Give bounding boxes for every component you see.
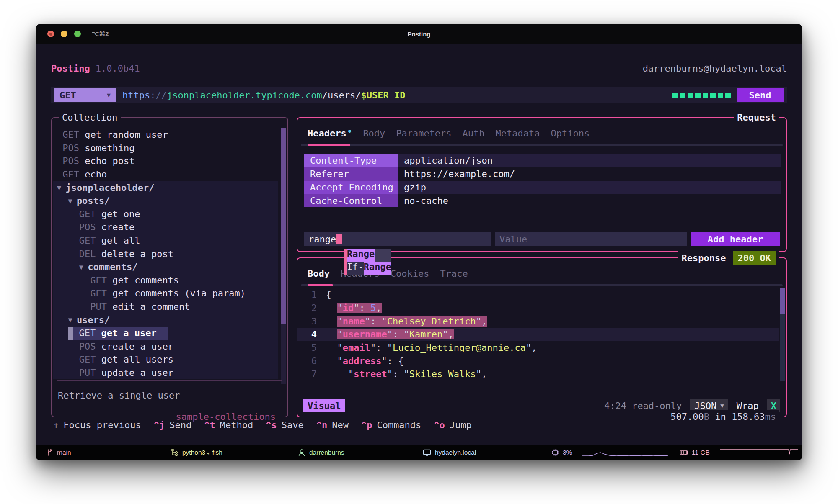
collection-item[interactable]: GET get a user <box>53 327 278 340</box>
collection-item[interactable]: POS create <box>53 221 278 234</box>
request-tab-parameters[interactable]: Parameters <box>396 128 451 139</box>
add-header-button[interactable]: Add header <box>691 232 780 246</box>
header-row[interactable]: Cache-Controlno-cache <box>304 194 781 207</box>
keybinding-method[interactable]: ^tMethod <box>204 420 253 430</box>
memory-sparkline <box>719 447 799 458</box>
line-number: 4 <box>297 329 317 339</box>
activity-dot <box>710 93 716 98</box>
response-tab-trace[interactable]: Trace <box>440 268 468 279</box>
keybinding-jump[interactable]: ^oJump <box>434 420 471 430</box>
request-tab-body[interactable]: Body <box>363 128 385 139</box>
collection-item[interactable]: POS create a user <box>53 340 278 353</box>
close-window-button[interactable] <box>47 31 54 37</box>
header-row[interactable]: Accept-Encodinggzip <box>304 181 781 194</box>
folder-expanded-icon: ▼ <box>57 183 65 192</box>
keybinding-new[interactable]: ^nNew <box>316 420 349 430</box>
maximize-window-button[interactable] <box>74 31 81 37</box>
activity-indicator <box>672 93 731 98</box>
response-body-editor[interactable]: 1{2 "id": 5,3 "name": "Chelsey Dietrich"… <box>297 288 779 381</box>
request-panel-title: Request <box>734 111 779 124</box>
collection-item[interactable]: GET get all <box>53 234 278 247</box>
collection-scrollbar[interactable] <box>281 128 286 384</box>
active-tab-indicator <box>308 144 350 146</box>
activity-dot <box>672 93 678 98</box>
request-tab-metadata[interactable]: Metadata <box>496 128 540 139</box>
app-header: Posting1.0.0b41 darrenburns@hydaelyn.loc… <box>51 63 787 74</box>
collection-folder[interactable]: ▼ users/ <box>53 313 278 327</box>
keybinding-send[interactable]: ^jSend <box>154 420 191 430</box>
selection-cursor-bar <box>68 327 73 340</box>
git-branch-icon <box>46 448 54 457</box>
text-cursor <box>336 234 342 244</box>
collection-item[interactable]: PUT edit a comment <box>53 300 278 314</box>
header-value-input[interactable]: Value <box>495 232 687 246</box>
autocomplete-item[interactable]: Range <box>347 249 391 262</box>
collection-item[interactable]: GET get comments (via param) <box>53 287 278 300</box>
modified-dot-icon: • <box>347 127 352 136</box>
cpu-sparkline <box>581 447 669 458</box>
response-tab-body[interactable]: Body <box>308 268 330 279</box>
collection-item[interactable]: GET get one <box>53 208 278 221</box>
collection-item[interactable]: PUT update a user <box>53 366 278 380</box>
activity-dot <box>725 93 731 98</box>
header-value-cell: no-cache <box>398 194 781 207</box>
folder-expanded-icon: ▼ <box>68 316 76 324</box>
minimize-window-button[interactable] <box>61 31 67 37</box>
collection-tree: GET get random userPOS somethingPOS echo… <box>53 128 278 379</box>
process-tree-icon <box>171 448 179 457</box>
collection-item[interactable]: POS echo post <box>53 154 278 168</box>
monitor-icon <box>422 448 432 457</box>
collection-item[interactable]: GET get all users <box>53 353 278 366</box>
autocomplete-item[interactable]: If-Range <box>347 262 391 275</box>
activity-dot <box>695 93 701 98</box>
header-name-cell: Accept-Encoding <box>304 181 398 194</box>
header-name-cell: Cache-Control <box>304 194 398 207</box>
user-segment: darrenburns <box>297 445 344 460</box>
chevron-down-icon: ▼ <box>107 91 111 99</box>
add-header-row: range Value Add header <box>304 232 780 246</box>
collection-folder[interactable]: ▼ posts/ <box>53 194 278 208</box>
line-number: 6 <box>297 356 317 366</box>
collection-item[interactable]: GET echo <box>53 168 278 181</box>
line-number: 7 <box>297 369 317 379</box>
send-button[interactable]: Send <box>737 88 784 102</box>
app-version: 1.0.0b41 <box>96 63 140 74</box>
window-controls <box>47 31 81 37</box>
line-number: 3 <box>297 316 317 327</box>
scrollbar-thumb[interactable] <box>281 128 286 324</box>
tab-shortcut-label: ⌥⌘2 <box>92 30 109 38</box>
collection-folder[interactable]: ▼ comments/ <box>53 260 278 274</box>
header-row[interactable]: Refererhttps://example.com/ <box>304 167 781 181</box>
response-tab-cookies[interactable]: Cookies <box>391 268 429 279</box>
collection-folder[interactable]: ▼ jsonplaceholder/ <box>53 181 278 194</box>
folder-expanded-icon: ▼ <box>79 263 88 271</box>
cpu-icon <box>551 448 559 457</box>
line-number: 2 <box>297 303 317 313</box>
http-method-select[interactable]: GET ▼ <box>54 88 116 102</box>
keybinding-save[interactable]: ^sSave <box>266 420 303 430</box>
header-name-cell: Content-Type <box>304 154 398 167</box>
request-panel: Request Headers•BodyParametersAuthMetada… <box>297 117 787 252</box>
request-tab-options[interactable]: Options <box>551 128 590 139</box>
keybinding-commands[interactable]: ^pCommands <box>361 420 421 430</box>
activity-dot <box>680 93 685 98</box>
collection-item[interactable]: DEL delete a post <box>53 247 278 260</box>
response-scrollbar[interactable] <box>780 288 785 381</box>
response-line: 1{ <box>297 288 779 301</box>
request-tab-auth[interactable]: Auth <box>463 128 485 139</box>
header-name-input[interactable]: range <box>304 232 491 246</box>
keybinding-focus-previous[interactable]: ↑Focus previous <box>53 420 141 430</box>
collection-item[interactable]: GET get comments <box>53 274 278 287</box>
header-value-cell: https://example.com/ <box>398 167 781 181</box>
header-row[interactable]: Content-Typeapplication/json <box>304 154 781 167</box>
collection-item[interactable]: POS something <box>53 141 278 155</box>
terminal-window: ⌥⌘2 Posting Posting1.0.0b41 darrenburns@… <box>36 24 802 460</box>
request-tab-headers[interactable]: Headers• <box>308 128 352 139</box>
url-bar: GET ▼ https://jsonplaceholder.typicode.c… <box>51 87 787 103</box>
request-tabs: Headers•BodyParametersAuthMetadataOption… <box>308 128 590 139</box>
process-segment: python3◂-fish <box>171 445 222 460</box>
scrollbar-thumb[interactable] <box>780 288 785 314</box>
url-input[interactable]: https://jsonplaceholder.typicode.com/use… <box>122 90 672 100</box>
collection-item[interactable]: GET get random user <box>53 128 278 141</box>
editor-mode-badge: Visual <box>303 399 345 412</box>
